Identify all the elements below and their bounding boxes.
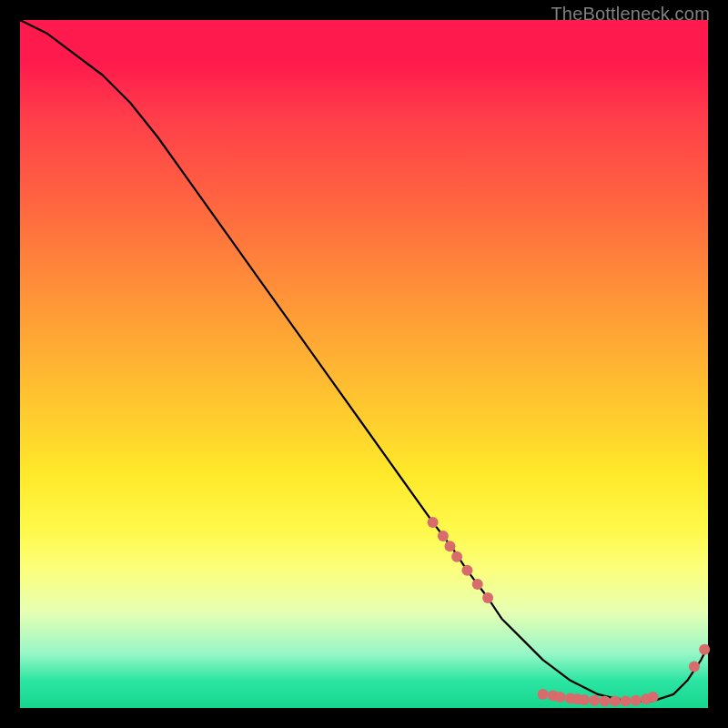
data-marker: [699, 644, 710, 655]
data-marker: [451, 551, 462, 562]
data-marker: [472, 579, 483, 590]
data-marker: [538, 689, 549, 700]
chart-stage: TheBottleneck.com: [0, 0, 728, 728]
data-marker: [620, 695, 631, 706]
data-marker: [600, 695, 611, 706]
chart-plot-area: [20, 20, 708, 708]
data-marker: [589, 695, 600, 706]
data-marker: [610, 695, 621, 706]
data-marker: [631, 695, 642, 706]
data-marker: [428, 517, 439, 528]
data-marker: [555, 692, 566, 703]
data-marker: [482, 592, 493, 603]
data-marker: [579, 694, 590, 705]
data-marker: [438, 531, 449, 541]
data-marker: [689, 662, 700, 672]
data-marker: [445, 541, 456, 551]
data-marker: [648, 692, 659, 703]
data-marker: [461, 565, 472, 576]
attribution-text: TheBottleneck.com: [551, 4, 710, 25]
marker-layer: [20, 20, 708, 708]
